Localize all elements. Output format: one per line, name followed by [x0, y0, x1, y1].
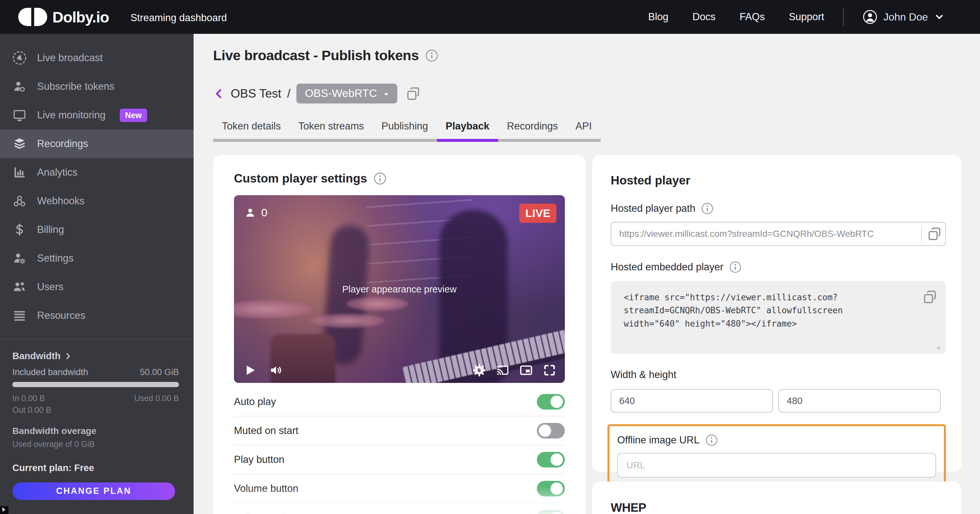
viewer-count-chip: 0 [244, 206, 267, 219]
settings-icon [12, 251, 27, 266]
included-bandwidth-value: 50.00 GiB [140, 367, 179, 377]
resources-icon [12, 309, 27, 323]
toggle-label: Auto play [234, 396, 276, 407]
top-nav: BlogDocsFAQsSupport [648, 11, 824, 23]
sidebar-item-label: Analytics [37, 167, 78, 178]
cast-icon[interactable] [496, 363, 509, 377]
bandwidth-overage-value: Used overage of 0 GiB [12, 439, 178, 449]
nav-docs[interactable]: Docs [692, 11, 716, 23]
page-title: Live broadcast - Publish tokens [213, 48, 419, 64]
fullscreen-icon[interactable] [543, 363, 556, 377]
user-name: John Doe [883, 11, 928, 23]
hosted-path-field[interactable]: https://viewer.millicast.com?streamId=GC… [611, 222, 946, 246]
hosted-path-info-icon[interactable] [701, 202, 714, 215]
webhooks-icon [12, 194, 27, 208]
subscribe-tokens-icon [12, 80, 27, 94]
embed-info-icon[interactable] [729, 261, 741, 273]
resize-handle-icon[interactable] [933, 342, 941, 351]
new-badge: New [120, 109, 147, 122]
nav-support[interactable]: Support [789, 11, 824, 23]
sidebar-item-label: Settings [37, 253, 73, 264]
tab-api[interactable]: API [567, 118, 601, 142]
sidebar-item-settings[interactable]: Settings [0, 244, 194, 273]
tab-recordings[interactable]: Recordings [498, 118, 567, 142]
player-setting-row: Fullscreen button [234, 503, 565, 514]
sidebar-item-resources[interactable]: Resources [0, 301, 194, 330]
nav-faqs[interactable]: FAQs [740, 11, 765, 23]
tab-publishing[interactable]: Publishing [373, 118, 437, 142]
bandwidth-title: Bandwidth [12, 351, 60, 361]
change-plan-button[interactable]: CHANGE PLAN [12, 482, 175, 500]
width-input[interactable] [611, 389, 773, 412]
player-setting-row: Volume button [234, 474, 565, 503]
hosted-path-value: https://viewer.millicast.com?streamId=GC… [619, 229, 916, 239]
play-icon[interactable] [243, 363, 257, 377]
page-info-icon[interactable] [425, 49, 438, 62]
monitor-icon [12, 108, 27, 123]
player-card-info-icon[interactable] [374, 172, 387, 185]
sidebar-divider [0, 339, 194, 340]
sidebar-item-billing[interactable]: Billing [0, 215, 194, 244]
toggle-label: Fullscreen button [234, 512, 311, 514]
toggle-knob [550, 454, 563, 466]
copy-token-icon[interactable] [406, 86, 421, 101]
toggle-muted-on-start[interactable] [537, 423, 565, 439]
toggle-fullscreen-button[interactable] [537, 510, 565, 514]
offline-image-url-input[interactable] [617, 453, 936, 477]
sidebar-item-live-monitoring[interactable]: Live monitoringNew [0, 101, 194, 129]
player-setting-row: Muted on start [234, 416, 565, 446]
player-card-title: Custom player settings [234, 172, 367, 185]
hosted-path-label: Hosted player path [611, 203, 695, 214]
sidebar: Live broadcastSubscribe tokensLive monit… [0, 34, 194, 514]
dolby-logo-icon [18, 8, 47, 26]
sidebar-item-label: Subscribe tokens [37, 81, 115, 92]
whep-card: WHEP [592, 481, 961, 514]
mouse-cursor-icon [0, 506, 8, 514]
embed-code-box[interactable]: <iframe src="https://viewer.millicast.co… [611, 281, 946, 354]
tab-token-details[interactable]: Token details [213, 118, 290, 142]
tab-token-streams[interactable]: Token streams [290, 118, 373, 142]
viewer-icon [244, 207, 256, 219]
copy-path-icon[interactable] [927, 226, 942, 241]
toggle-label: Volume button [234, 483, 298, 495]
sidebar-item-label: Recordings [37, 138, 88, 150]
sidebar-item-users[interactable]: Users [0, 273, 194, 301]
tab-playback[interactable]: Playback [437, 118, 498, 142]
toggle-play-button[interactable] [537, 452, 565, 468]
toggle-knob [550, 396, 563, 408]
back-chevron-icon[interactable] [213, 88, 225, 100]
live-badge: LIVE [519, 204, 556, 223]
volume-icon[interactable] [269, 363, 283, 377]
bandwidth-in-value: In 0.00 B [12, 392, 45, 404]
copy-embed-icon[interactable] [923, 290, 937, 304]
billing-icon [12, 223, 27, 237]
bandwidth-link[interactable]: Bandwidth [12, 351, 178, 361]
pip-icon[interactable] [519, 363, 533, 377]
sidebar-item-live-broadcast[interactable]: Live broadcast [0, 44, 194, 72]
height-input[interactable] [778, 389, 941, 412]
sidebar-item-subscribe-tokens[interactable]: Subscribe tokens [0, 72, 194, 101]
sidebar-item-label: Billing [37, 224, 64, 236]
token-selector[interactable]: OBS-WebRTC [296, 84, 397, 103]
recordings-icon [12, 137, 27, 151]
tab-bar: Token detailsToken streamsPublishingPlay… [213, 118, 601, 142]
user-menu[interactable]: John Doe [862, 10, 945, 24]
breadcrumb-separator: / [287, 87, 291, 100]
settings-gear-icon[interactable] [473, 363, 486, 377]
breadcrumb-parent[interactable]: OBS Test [231, 87, 282, 100]
hosted-card-title: Hosted player [611, 174, 690, 188]
toggle-volume-button[interactable] [537, 481, 565, 496]
player-setting-row: Play button [234, 446, 565, 474]
sidebar-item-recordings[interactable]: Recordings [0, 129, 194, 158]
offline-image-info-icon[interactable] [705, 434, 718, 446]
sidebar-item-analytics[interactable]: Analytics [0, 158, 194, 187]
app-header: Dolby.io Streaming dashboard BlogDocsFAQ… [0, 0, 980, 34]
toggle-auto-play[interactable] [537, 394, 565, 410]
nav-blog[interactable]: Blog [648, 11, 668, 23]
brand[interactable]: Dolby.io [18, 8, 109, 26]
avatar-icon [862, 10, 878, 24]
bandwidth-panel: Bandwidth Included bandwidth 50.00 GiB I… [0, 351, 194, 500]
sidebar-item-webhooks[interactable]: Webhooks [0, 187, 194, 215]
app-title: Streaming dashboard [130, 12, 227, 24]
chevron-down-icon [934, 11, 945, 22]
